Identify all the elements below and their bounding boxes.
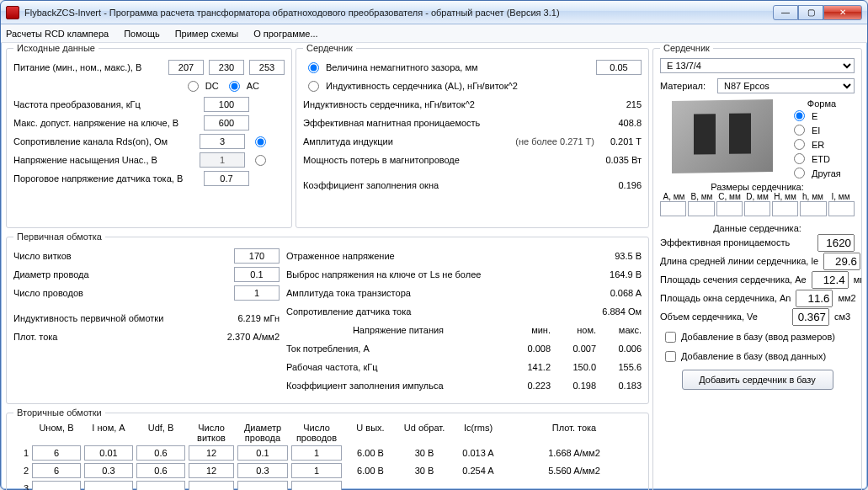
fop-label: Рабочая частота, кГц: [286, 362, 510, 372]
dim-input[interactable]: [828, 201, 855, 216]
ac-radio[interactable]: [229, 81, 240, 92]
chk-add-data[interactable]: [665, 351, 676, 362]
usat-input[interactable]: [200, 152, 245, 168]
vds-label: Макс. допуст. напряжение на ключе, В: [13, 118, 199, 128]
sec-unom-input[interactable]: [32, 463, 81, 478]
ac-label: AC: [247, 81, 259, 91]
itr-label: Амплитуда тока транзистора: [286, 288, 594, 298]
form-other-radio[interactable]: [794, 168, 805, 178]
cd-an-value: [796, 290, 833, 307]
dim-input[interactable]: [744, 201, 770, 216]
sec-inom-input[interactable]: [84, 463, 133, 478]
maximize-button[interactable]: ▢: [798, 5, 823, 20]
sec-n-input[interactable]: [189, 445, 234, 461]
prim-p-input[interactable]: [234, 285, 280, 301]
sec-unom-input[interactable]: [32, 481, 81, 490]
iin-max: 0.006: [606, 344, 642, 354]
vth-input[interactable]: [204, 171, 249, 186]
chk-add-data-label: Добавление в базу (ввод данных): [681, 351, 826, 361]
rds-input[interactable]: [200, 134, 245, 149]
iin-label: Ток потребления, А: [286, 344, 510, 354]
gap-radio[interactable]: [308, 62, 319, 73]
sec-udf-input[interactable]: [136, 481, 185, 490]
dim-input[interactable]: [660, 201, 686, 216]
menu-about[interactable]: О программе...: [253, 29, 317, 39]
sec-p-input[interactable]: [291, 481, 342, 490]
dim-input[interactable]: [772, 201, 798, 216]
form-ei-label: EI: [812, 125, 820, 136]
sec-d-input[interactable]: [237, 481, 288, 490]
dim-header: h, мм: [799, 192, 827, 201]
dim-input[interactable]: [716, 201, 743, 216]
al-radio[interactable]: [308, 81, 319, 92]
add-core-button[interactable]: Добавить сердечник в базу: [682, 370, 833, 390]
minimize-button[interactable]: —: [773, 5, 798, 20]
form-er-radio[interactable]: [794, 139, 805, 150]
sec-d-input[interactable]: [237, 463, 288, 478]
cd-an-label: Площадь окна сердечника, An: [660, 293, 791, 303]
ploss-value: 0.035 Вт: [599, 155, 642, 165]
dim-header: B, мм: [688, 192, 716, 201]
menu-rcd[interactable]: Расчеты RCD клампера: [6, 29, 109, 39]
sec-d-input[interactable]: [237, 445, 288, 461]
sec-j: 1.668 A/мм2: [507, 448, 642, 458]
freq-input[interactable]: [204, 97, 249, 112]
form-e-radio[interactable]: [794, 110, 805, 121]
dims-legend: Размеры сердечника:: [660, 182, 855, 192]
dim-input[interactable]: [688, 201, 714, 216]
core-image: [672, 99, 773, 173]
cd-mu-value: [817, 234, 855, 252]
inputs-legend: Исходные данные: [13, 43, 99, 53]
duty-max: 0.183: [606, 381, 642, 391]
itr-value: 0.068 A: [599, 288, 642, 298]
form-ei-radio[interactable]: [794, 125, 805, 136]
sec-uout: 6.00 В: [345, 448, 396, 458]
coreR-legend: Сердечник: [660, 43, 713, 53]
sec-idx: 1: [13, 448, 29, 458]
cd-an-unit: мм2: [838, 293, 855, 303]
sec-inom-input[interactable]: [84, 481, 133, 490]
dim-input[interactable]: [800, 201, 826, 216]
chk-add-dims[interactable]: [665, 332, 676, 343]
sec-h-ic: Ic(rms): [453, 423, 503, 443]
sec-h-udf: Udf, В: [136, 423, 185, 443]
sec-uout: 6.00 В: [345, 466, 396, 476]
vin-min-input[interactable]: [168, 60, 204, 75]
cd-ve-label: Объем сердечника, Ve: [660, 312, 787, 322]
dc-radio[interactable]: [188, 81, 199, 92]
cd-ve-value: [792, 308, 829, 326]
vin-label: Питание (мин., ном., макс.), В: [13, 62, 163, 72]
al-label: Индуктивность сердечника (AL), нГн/виток…: [326, 81, 642, 91]
sec-udf-input[interactable]: [136, 445, 185, 461]
core-shape-select[interactable]: E 13/7/4: [660, 58, 855, 73]
sec-n-input[interactable]: [189, 463, 234, 478]
vin-nom-input[interactable]: [209, 60, 244, 75]
form-er-label: ER: [812, 140, 824, 150]
material-select[interactable]: N87 Epcos: [717, 78, 855, 93]
sec-unom-input[interactable]: [32, 445, 81, 461]
kfill-value: 0.196: [599, 180, 642, 190]
sec-p-input[interactable]: [291, 463, 342, 478]
core-legend: Сердечник: [303, 43, 356, 53]
duty-label: Коэффициент заполнения импульса: [286, 381, 510, 391]
cd-ae-label: Площадь сечения сердечника, Ae: [660, 274, 807, 285]
coredata-legend: Данные сердечника:: [660, 223, 855, 233]
menu-help[interactable]: Помощь: [124, 29, 160, 39]
sec-n-input[interactable]: [189, 481, 234, 490]
form-etd-radio[interactable]: [794, 153, 805, 164]
usat-radio[interactable]: [255, 155, 266, 166]
vin-max-input[interactable]: [249, 60, 285, 75]
menu-example[interactable]: Пример схемы: [175, 29, 239, 39]
rds-radio[interactable]: [255, 136, 266, 147]
gap-input[interactable]: [596, 60, 642, 75]
prim-d-input[interactable]: [234, 267, 280, 282]
sec-p-input[interactable]: [291, 445, 342, 461]
prim-n-input[interactable]: [234, 248, 280, 264]
sec-h-j: Плот. тока: [507, 423, 642, 443]
form-label: Форма: [789, 99, 855, 109]
sec-inom-input[interactable]: [84, 445, 133, 461]
vds-input[interactable]: [204, 115, 249, 130]
cd-ae-unit: мм2: [854, 274, 862, 285]
close-button[interactable]: ✕: [823, 5, 862, 20]
sec-udf-input[interactable]: [136, 463, 185, 478]
